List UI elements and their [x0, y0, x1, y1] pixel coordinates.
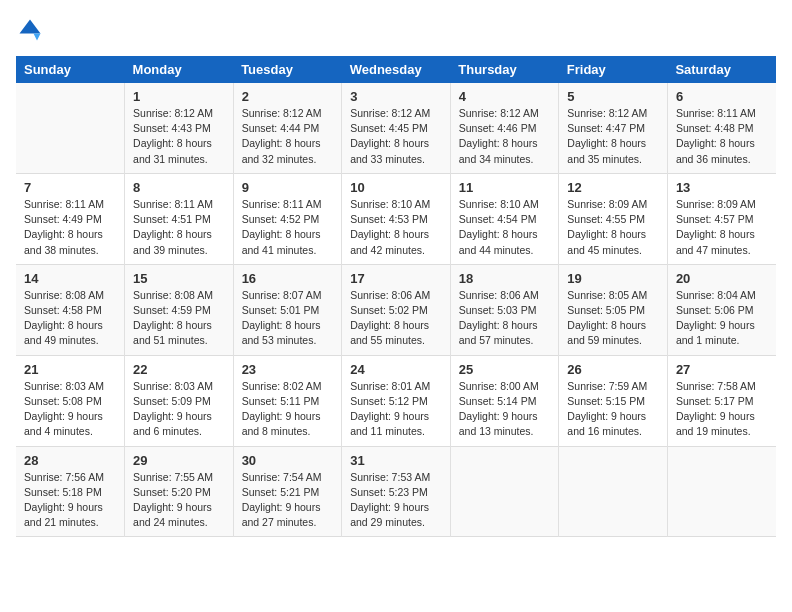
logo-icon [16, 16, 44, 44]
calendar-cell: 29Sunrise: 7:55 AM Sunset: 5:20 PM Dayli… [125, 446, 234, 537]
calendar-cell [667, 446, 776, 537]
day-number: 29 [133, 453, 225, 468]
calendar-cell: 28Sunrise: 7:56 AM Sunset: 5:18 PM Dayli… [16, 446, 125, 537]
page-header [16, 16, 776, 44]
day-number: 22 [133, 362, 225, 377]
day-number: 28 [24, 453, 116, 468]
calendar-cell: 27Sunrise: 7:58 AM Sunset: 5:17 PM Dayli… [667, 355, 776, 446]
day-number: 4 [459, 89, 551, 104]
day-info: Sunrise: 8:00 AM Sunset: 5:14 PM Dayligh… [459, 379, 551, 440]
day-info: Sunrise: 8:09 AM Sunset: 4:57 PM Dayligh… [676, 197, 768, 258]
day-number: 8 [133, 180, 225, 195]
day-info: Sunrise: 8:03 AM Sunset: 5:09 PM Dayligh… [133, 379, 225, 440]
svg-marker-1 [34, 34, 41, 41]
day-number: 27 [676, 362, 768, 377]
day-info: Sunrise: 8:07 AM Sunset: 5:01 PM Dayligh… [242, 288, 334, 349]
day-info: Sunrise: 8:08 AM Sunset: 4:58 PM Dayligh… [24, 288, 116, 349]
day-info: Sunrise: 8:11 AM Sunset: 4:52 PM Dayligh… [242, 197, 334, 258]
weekday-header-friday: Friday [559, 56, 668, 83]
weekday-header-saturday: Saturday [667, 56, 776, 83]
day-number: 13 [676, 180, 768, 195]
calendar-cell [559, 446, 668, 537]
day-number: 3 [350, 89, 442, 104]
day-info: Sunrise: 8:11 AM Sunset: 4:48 PM Dayligh… [676, 106, 768, 167]
day-number: 5 [567, 89, 659, 104]
calendar-cell: 23Sunrise: 8:02 AM Sunset: 5:11 PM Dayli… [233, 355, 342, 446]
day-number: 14 [24, 271, 116, 286]
calendar-cell: 25Sunrise: 8:00 AM Sunset: 5:14 PM Dayli… [450, 355, 559, 446]
day-info: Sunrise: 7:59 AM Sunset: 5:15 PM Dayligh… [567, 379, 659, 440]
calendar-cell: 26Sunrise: 7:59 AM Sunset: 5:15 PM Dayli… [559, 355, 668, 446]
day-info: Sunrise: 8:12 AM Sunset: 4:47 PM Dayligh… [567, 106, 659, 167]
calendar-cell: 16Sunrise: 8:07 AM Sunset: 5:01 PM Dayli… [233, 264, 342, 355]
day-info: Sunrise: 8:12 AM Sunset: 4:46 PM Dayligh… [459, 106, 551, 167]
day-number: 21 [24, 362, 116, 377]
calendar-cell: 22Sunrise: 8:03 AM Sunset: 5:09 PM Dayli… [125, 355, 234, 446]
day-number: 17 [350, 271, 442, 286]
calendar-cell: 19Sunrise: 8:05 AM Sunset: 5:05 PM Dayli… [559, 264, 668, 355]
calendar-cell: 21Sunrise: 8:03 AM Sunset: 5:08 PM Dayli… [16, 355, 125, 446]
week-row-4: 21Sunrise: 8:03 AM Sunset: 5:08 PM Dayli… [16, 355, 776, 446]
day-info: Sunrise: 7:56 AM Sunset: 5:18 PM Dayligh… [24, 470, 116, 531]
svg-marker-0 [20, 20, 41, 34]
day-info: Sunrise: 7:55 AM Sunset: 5:20 PM Dayligh… [133, 470, 225, 531]
day-number: 7 [24, 180, 116, 195]
calendar-cell: 31Sunrise: 7:53 AM Sunset: 5:23 PM Dayli… [342, 446, 451, 537]
week-row-5: 28Sunrise: 7:56 AM Sunset: 5:18 PM Dayli… [16, 446, 776, 537]
calendar-cell: 15Sunrise: 8:08 AM Sunset: 4:59 PM Dayli… [125, 264, 234, 355]
calendar-cell: 12Sunrise: 8:09 AM Sunset: 4:55 PM Dayli… [559, 173, 668, 264]
day-number: 12 [567, 180, 659, 195]
logo [16, 16, 48, 44]
calendar-cell: 6Sunrise: 8:11 AM Sunset: 4:48 PM Daylig… [667, 83, 776, 173]
calendar-cell: 20Sunrise: 8:04 AM Sunset: 5:06 PM Dayli… [667, 264, 776, 355]
week-row-1: 1Sunrise: 8:12 AM Sunset: 4:43 PM Daylig… [16, 83, 776, 173]
week-row-3: 14Sunrise: 8:08 AM Sunset: 4:58 PM Dayli… [16, 264, 776, 355]
day-info: Sunrise: 8:02 AM Sunset: 5:11 PM Dayligh… [242, 379, 334, 440]
weekday-header-wednesday: Wednesday [342, 56, 451, 83]
day-number: 11 [459, 180, 551, 195]
day-info: Sunrise: 8:12 AM Sunset: 4:43 PM Dayligh… [133, 106, 225, 167]
calendar-cell [16, 83, 125, 173]
day-info: Sunrise: 8:06 AM Sunset: 5:02 PM Dayligh… [350, 288, 442, 349]
calendar-cell: 13Sunrise: 8:09 AM Sunset: 4:57 PM Dayli… [667, 173, 776, 264]
day-number: 23 [242, 362, 334, 377]
day-info: Sunrise: 8:10 AM Sunset: 4:53 PM Dayligh… [350, 197, 442, 258]
day-number: 15 [133, 271, 225, 286]
calendar-cell: 7Sunrise: 8:11 AM Sunset: 4:49 PM Daylig… [16, 173, 125, 264]
day-number: 26 [567, 362, 659, 377]
day-number: 20 [676, 271, 768, 286]
weekday-header-monday: Monday [125, 56, 234, 83]
day-number: 6 [676, 89, 768, 104]
calendar-cell: 10Sunrise: 8:10 AM Sunset: 4:53 PM Dayli… [342, 173, 451, 264]
day-number: 18 [459, 271, 551, 286]
calendar-cell: 30Sunrise: 7:54 AM Sunset: 5:21 PM Dayli… [233, 446, 342, 537]
day-info: Sunrise: 8:09 AM Sunset: 4:55 PM Dayligh… [567, 197, 659, 258]
weekday-header-tuesday: Tuesday [233, 56, 342, 83]
calendar-cell: 17Sunrise: 8:06 AM Sunset: 5:02 PM Dayli… [342, 264, 451, 355]
day-info: Sunrise: 8:12 AM Sunset: 4:44 PM Dayligh… [242, 106, 334, 167]
day-info: Sunrise: 8:01 AM Sunset: 5:12 PM Dayligh… [350, 379, 442, 440]
calendar-cell: 4Sunrise: 8:12 AM Sunset: 4:46 PM Daylig… [450, 83, 559, 173]
weekday-header-row: SundayMondayTuesdayWednesdayThursdayFrid… [16, 56, 776, 83]
weekday-header-sunday: Sunday [16, 56, 125, 83]
day-number: 25 [459, 362, 551, 377]
calendar-cell: 9Sunrise: 8:11 AM Sunset: 4:52 PM Daylig… [233, 173, 342, 264]
day-info: Sunrise: 8:10 AM Sunset: 4:54 PM Dayligh… [459, 197, 551, 258]
day-info: Sunrise: 8:05 AM Sunset: 5:05 PM Dayligh… [567, 288, 659, 349]
calendar-cell: 1Sunrise: 8:12 AM Sunset: 4:43 PM Daylig… [125, 83, 234, 173]
day-number: 24 [350, 362, 442, 377]
day-number: 19 [567, 271, 659, 286]
calendar-cell: 11Sunrise: 8:10 AM Sunset: 4:54 PM Dayli… [450, 173, 559, 264]
day-info: Sunrise: 8:12 AM Sunset: 4:45 PM Dayligh… [350, 106, 442, 167]
day-info: Sunrise: 8:04 AM Sunset: 5:06 PM Dayligh… [676, 288, 768, 349]
calendar-cell: 3Sunrise: 8:12 AM Sunset: 4:45 PM Daylig… [342, 83, 451, 173]
day-info: Sunrise: 7:58 AM Sunset: 5:17 PM Dayligh… [676, 379, 768, 440]
day-number: 1 [133, 89, 225, 104]
calendar-cell: 14Sunrise: 8:08 AM Sunset: 4:58 PM Dayli… [16, 264, 125, 355]
day-number: 30 [242, 453, 334, 468]
calendar-cell: 18Sunrise: 8:06 AM Sunset: 5:03 PM Dayli… [450, 264, 559, 355]
calendar-cell: 5Sunrise: 8:12 AM Sunset: 4:47 PM Daylig… [559, 83, 668, 173]
day-info: Sunrise: 8:11 AM Sunset: 4:51 PM Dayligh… [133, 197, 225, 258]
day-info: Sunrise: 7:54 AM Sunset: 5:21 PM Dayligh… [242, 470, 334, 531]
day-number: 31 [350, 453, 442, 468]
